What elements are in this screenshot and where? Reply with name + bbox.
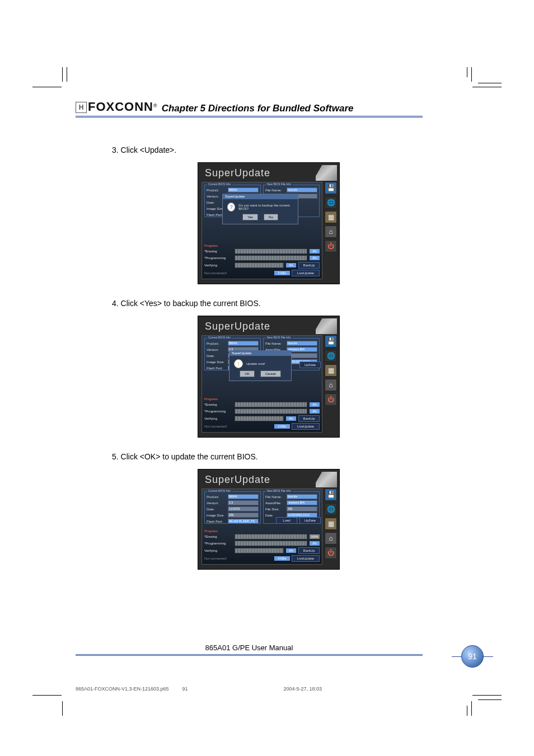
rate-badge: 0 KB/s: [274, 271, 290, 275]
val-version: 2.3: [228, 500, 259, 505]
power-icon[interactable]: ⏻: [325, 547, 337, 559]
liveupdate-button[interactable]: LiveUpdate: [292, 423, 320, 430]
verifying-bar: [235, 416, 284, 421]
lab-imgsize: Image Size:: [207, 360, 227, 364]
chip-icon[interactable]: ▦: [325, 211, 337, 223]
lab-version: Version:: [207, 348, 227, 351]
erasing-label: *Erasing: [204, 535, 232, 538]
lab-product: Product:: [207, 495, 227, 499]
no-button[interactable]: No: [264, 214, 278, 220]
gear-icon[interactable]: ⌂: [325, 226, 337, 238]
lab-date: Date:: [207, 508, 227, 511]
cancel-button[interactable]: Cancel: [260, 370, 281, 377]
verifying-bar: [235, 262, 284, 268]
dialog-msg-backup: Do you want to backup the current BIOS?: [238, 204, 293, 210]
liveupdate-button[interactable]: LiveUpdate: [292, 270, 320, 276]
val-filename: bios.bin: [287, 187, 317, 192]
val-filename: bios.bin: [287, 341, 317, 346]
save-icon[interactable]: 💾: [325, 489, 337, 501]
save-icon[interactable]: 💾: [325, 182, 337, 194]
val-product: 865A0: [228, 187, 259, 192]
erasing-bar: [235, 402, 307, 407]
val-filename: bios.bin: [287, 494, 317, 499]
progress-header: Progress: [204, 397, 320, 401]
update-button[interactable]: UpDate: [299, 517, 321, 524]
val-award: -awdvers.BIN: [287, 500, 317, 505]
lab-flash: Flash Part:: [207, 520, 227, 523]
meta-file: 865A01-FOXCONN-V1.3-EN-121603.p65: [76, 686, 169, 692]
screenshot-3: SuperUpdate Current BIOS Info. Product:8…: [112, 469, 425, 570]
footer-text: 865A01 G/PE User Manual: [76, 644, 423, 656]
verifying-pct: 0%: [286, 548, 296, 553]
power-icon[interactable]: ⏻: [325, 240, 337, 252]
backup-button[interactable]: BackUp: [298, 415, 320, 422]
lab-fdate: Date:: [265, 514, 285, 517]
programming-pct: 0%: [310, 409, 320, 414]
verifying-bar: [235, 548, 284, 553]
backup-button[interactable]: BackUp: [298, 262, 320, 269]
update-dialog: SuperUpdate ! Update now! OK Cancel: [229, 350, 292, 381]
app-corner-icon: [316, 165, 337, 181]
progress-header: Progress: [204, 244, 320, 247]
brand-logo: H FOXCONN ®: [76, 100, 158, 114]
registered-mark: ®: [153, 103, 157, 109]
load-button[interactable]: Load: [276, 517, 297, 524]
chip-icon[interactable]: ▦: [325, 518, 337, 530]
lab-product: Product:: [207, 189, 227, 192]
app-title: SuperUpdate: [200, 473, 273, 487]
question-icon: ?: [227, 203, 235, 212]
liveupdate-button[interactable]: LiveUpdate: [292, 555, 320, 562]
programming-label: *Programming: [204, 542, 232, 545]
app-corner-icon: [316, 318, 337, 334]
fs-new-title: New BIOS File Info.: [266, 336, 293, 339]
meta-datetime: 2004-5-27, 18:03: [283, 686, 322, 692]
erasing-pct: 100%: [310, 534, 320, 539]
status-text: Not connected!: [204, 271, 227, 275]
print-meta: 865A01-FOXCONN-V1.3-EN-121603.p65 91 200…: [76, 686, 423, 692]
gear-icon[interactable]: ⌂: [325, 532, 337, 544]
progress-header: Progress: [204, 529, 320, 533]
web-icon[interactable]: 🌐: [325, 196, 337, 209]
update-side-button[interactable]: UpDate: [299, 361, 321, 368]
lab-product: Product:: [207, 342, 227, 345]
erasing-pct: 0%: [310, 249, 320, 253]
val-date: 11/22/02: [228, 506, 259, 511]
programming-bar: [235, 541, 307, 546]
lab-filename: File Name:: [265, 495, 285, 499]
brand-text: FOXCONN: [88, 100, 153, 114]
app-title: SuperUpdate: [200, 320, 273, 334]
lab-filename: File Name:: [265, 189, 285, 192]
yes-button[interactable]: Yes: [242, 214, 258, 220]
lab-flash: Flash Part:: [207, 367, 227, 370]
screenshot-2: SuperUpdate Current BIOS Info. Product:8…: [112, 316, 425, 438]
programming-label: *Programming: [204, 256, 232, 260]
verifying-pct: 0%: [286, 416, 296, 421]
backup-dialog: SuperUpdate ? Do you want to backup the …: [222, 194, 298, 224]
web-icon[interactable]: 🌐: [325, 503, 337, 515]
save-icon[interactable]: 💾: [325, 335, 337, 348]
verifying-pct: 0%: [286, 263, 296, 267]
backup-button[interactable]: BackUp: [298, 547, 320, 554]
erasing-bar: [235, 534, 307, 539]
val-product: 865A0: [228, 494, 259, 499]
screenshot-1: SuperUpdate Current BIOS Info. Product:8…: [112, 162, 425, 284]
rate-badge: 0 KB/s: [274, 424, 290, 429]
step-3-text: 3. Click <Update>.: [112, 145, 425, 154]
val-product: 865A0: [228, 341, 259, 346]
chip-icon[interactable]: ▦: [325, 364, 337, 377]
gear-icon[interactable]: ⌂: [325, 379, 337, 391]
lab-date: Date:: [207, 354, 227, 358]
lab-imgsize: Image Size:: [207, 514, 227, 517]
ok-button[interactable]: OK: [240, 370, 255, 377]
programming-label: *Programming: [204, 410, 232, 413]
exclamation-icon: !: [234, 359, 243, 368]
page-header: H FOXCONN ® Chapter 5 Directions for Bun…: [76, 100, 423, 118]
lab-award: AwardFile:: [265, 501, 285, 505]
step-5-text: 5. Click <OK> to update the current BIOS…: [112, 452, 425, 461]
dialog-title: SuperUpdate: [225, 194, 245, 199]
erasing-pct: 0%: [310, 402, 320, 407]
web-icon[interactable]: 🌐: [325, 350, 337, 362]
verifying-label: Verifying: [204, 417, 232, 420]
power-icon[interactable]: ⏻: [325, 393, 337, 406]
lab-fsize: File Size:: [265, 508, 285, 511]
